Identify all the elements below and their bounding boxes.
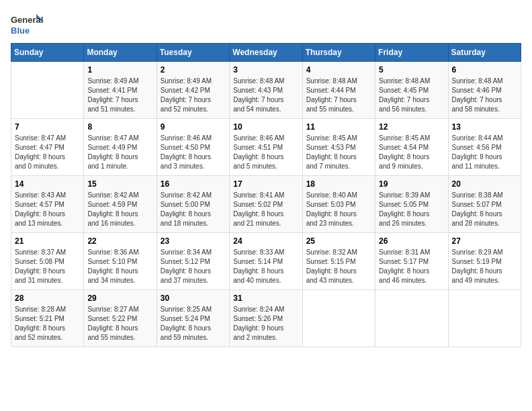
cell-info: Daylight: 8 hours [15,267,80,276]
cell-info: and 51 minutes. [87,105,152,114]
cell-info: and 1 minute. [87,162,152,171]
cell-info: Sunrise: 8:49 AM [87,77,152,86]
cell-info: Daylight: 7 hours [233,95,298,105]
weekday-header-thursday: Thursday [302,44,375,62]
weekday-header-friday: Friday [375,44,448,62]
weekday-header-row: SundayMondayTuesdayWednesdayThursdayFrid… [11,44,521,62]
day-number: 4 [306,65,371,75]
cell-info: Daylight: 7 hours [306,95,371,105]
cell-info: Sunrise: 8:33 AM [233,248,298,257]
day-number: 30 [161,293,226,303]
cell-info: and 37 minutes. [161,276,226,285]
cell-info: Sunset: 5:10 PM [87,257,152,267]
calendar-cell: 28Sunrise: 8:28 AMSunset: 5:21 PMDayligh… [11,290,84,347]
cell-info: Daylight: 8 hours [306,267,371,276]
calendar-cell: 29Sunrise: 8:27 AMSunset: 5:22 PMDayligh… [84,290,157,347]
cell-info: Sunrise: 8:45 AM [306,134,371,143]
cell-info: Daylight: 8 hours [379,210,444,219]
calendar-cell: 27Sunrise: 8:29 AMSunset: 5:19 PMDayligh… [448,233,521,290]
day-number: 11 [306,122,371,132]
cell-info: Sunrise: 8:46 AM [161,134,226,143]
cell-info: Sunrise: 8:39 AM [379,191,444,200]
day-number: 23 [161,236,226,246]
day-number: 13 [452,122,517,132]
cell-info: Sunset: 5:19 PM [452,257,517,267]
cell-info: Sunrise: 8:44 AM [452,134,517,143]
calendar-cell [375,290,448,347]
cell-info: Sunrise: 8:47 AM [15,134,80,143]
cell-info: Sunset: 4:45 PM [379,86,444,95]
day-number: 14 [15,179,80,189]
cell-info: Sunrise: 8:42 AM [87,191,152,200]
day-number: 20 [452,179,517,189]
cell-info: Sunrise: 8:48 AM [379,77,444,86]
cell-info: Sunset: 4:41 PM [87,86,152,95]
day-number: 31 [233,293,298,303]
day-number: 1 [87,65,152,75]
cell-info: Sunrise: 8:47 AM [87,134,152,143]
cell-info: Sunset: 4:46 PM [452,86,517,95]
calendar-cell: 30Sunrise: 8:25 AMSunset: 5:24 PMDayligh… [157,290,229,347]
day-number: 2 [161,65,226,75]
cell-info: and 52 minutes. [15,333,80,342]
day-number: 5 [379,65,444,75]
calendar-cell: 6Sunrise: 8:48 AMSunset: 4:46 PMDaylight… [448,62,521,119]
cell-info: Daylight: 8 hours [161,152,226,162]
cell-info: Sunset: 4:43 PM [233,86,298,95]
day-number: 28 [15,293,80,303]
calendar-cell: 25Sunrise: 8:32 AMSunset: 5:15 PMDayligh… [302,233,375,290]
cell-info: Sunrise: 8:41 AM [233,191,298,200]
cell-info: Daylight: 8 hours [161,324,226,333]
day-number: 29 [87,293,152,303]
cell-info: Sunset: 4:56 PM [452,143,517,152]
day-number: 22 [87,236,152,246]
cell-info: and 52 minutes. [161,105,226,114]
cell-info: and 13 minutes. [15,219,80,228]
cell-info: Sunset: 4:59 PM [87,200,152,210]
cell-info: and 40 minutes. [233,276,298,285]
cell-info: Daylight: 8 hours [15,324,80,333]
cell-info: Sunset: 4:44 PM [306,86,371,95]
cell-info: and 18 minutes. [161,219,226,228]
day-number: 16 [161,179,226,189]
cell-info: and 21 minutes. [233,219,298,228]
calendar-cell: 5Sunrise: 8:48 AMSunset: 4:45 PMDaylight… [375,62,448,119]
day-number: 3 [233,65,298,75]
calendar-cell: 8Sunrise: 8:47 AMSunset: 4:49 PMDaylight… [84,119,157,176]
cell-info: Daylight: 7 hours [161,95,226,105]
day-number: 15 [87,179,152,189]
cell-info: Daylight: 8 hours [379,152,444,162]
calendar-cell: 7Sunrise: 8:47 AMSunset: 4:47 PMDaylight… [11,119,84,176]
cell-info: Sunset: 5:22 PM [87,314,152,324]
calendar-cell: 4Sunrise: 8:48 AMSunset: 4:44 PMDaylight… [302,62,375,119]
cell-info: Sunrise: 8:40 AM [306,191,371,200]
day-number: 26 [379,236,444,246]
cell-info: and 28 minutes. [452,219,517,228]
calendar-cell: 31Sunrise: 8:24 AMSunset: 5:26 PMDayligh… [230,290,302,347]
cell-info: Sunrise: 8:38 AM [452,191,517,200]
cell-info: and 54 minutes. [233,105,298,114]
cell-info: Sunset: 5:14 PM [233,257,298,267]
calendar-cell: 11Sunrise: 8:45 AMSunset: 4:53 PMDayligh… [302,119,375,176]
cell-info: Daylight: 8 hours [452,152,517,162]
cell-info: and 34 minutes. [87,276,152,285]
cell-info: and 7 minutes. [306,162,371,171]
weekday-header-saturday: Saturday [448,44,521,62]
cell-info: Sunset: 5:05 PM [379,200,444,210]
cell-info: Sunset: 4:53 PM [306,143,371,152]
cell-info: Sunset: 4:49 PM [87,143,152,152]
cell-info: Sunrise: 8:31 AM [379,248,444,257]
cell-info: Sunset: 5:00 PM [161,200,226,210]
cell-info: and 31 minutes. [15,276,80,285]
day-number: 19 [379,179,444,189]
cell-info: and 3 minutes. [161,162,226,171]
cell-info: Daylight: 9 hours [233,324,298,333]
weekday-header-tuesday: Tuesday [157,44,229,62]
logo-icon: GeneralBlue [11,11,44,38]
cell-info: Sunrise: 8:45 AM [379,134,444,143]
cell-info: Daylight: 8 hours [87,324,152,333]
calendar-cell: 18Sunrise: 8:40 AMSunset: 5:03 PMDayligh… [302,176,375,233]
cell-info: and 5 minutes. [233,162,298,171]
cell-info: and 9 minutes. [379,162,444,171]
day-number: 6 [452,65,517,75]
